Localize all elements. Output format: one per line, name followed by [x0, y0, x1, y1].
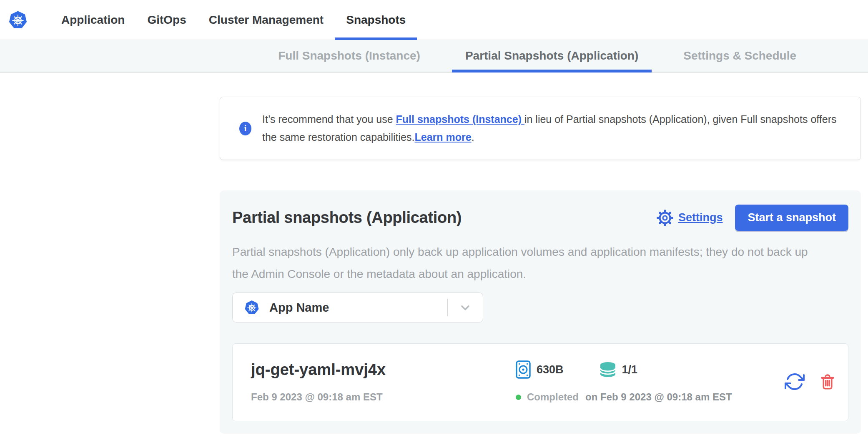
- tab-full-snapshots-instance[interactable]: Full Snapshots (Instance): [265, 40, 434, 72]
- volumes-icon: [599, 362, 617, 378]
- tab-partial-snapshots-application[interactable]: Partial Snapshots (Application): [452, 40, 652, 72]
- snapshot-actions: [785, 372, 836, 392]
- panel-description: Partial snapshots (Application) only bac…: [232, 241, 824, 285]
- info-icon: i: [239, 122, 251, 135]
- top-navbar: Application GitOps Cluster Management Sn…: [0, 0, 868, 40]
- snapshot-row: jq-get-yaml-mvj4x 630B: [232, 343, 848, 421]
- trash-icon: [819, 372, 836, 391]
- snapshot-volumes-group: 1/1: [599, 362, 638, 378]
- info-text-before: It’s recommend that you use: [262, 113, 396, 125]
- nav-tab-snapshots[interactable]: Snapshots: [335, 0, 417, 40]
- app-icon: [244, 299, 259, 316]
- panel-title: Partial snapshots (Application): [232, 209, 462, 227]
- panel-actions: Settings Start a snapshot: [657, 205, 848, 231]
- disk-size-icon: [516, 360, 531, 379]
- nav-tab-cluster-management[interactable]: Cluster Management: [198, 0, 335, 40]
- kubernetes-logo-icon: [8, 9, 28, 31]
- nav-tab-gitops[interactable]: GitOps: [136, 0, 197, 40]
- snapshot-name[interactable]: jq-get-yaml-mvj4x: [251, 361, 516, 379]
- learn-more-link[interactable]: Learn more: [414, 131, 471, 143]
- settings-label: Settings: [678, 211, 723, 224]
- snapshot-size: 630B: [537, 363, 564, 376]
- gear-icon: [657, 210, 673, 226]
- snapshot-settings-link[interactable]: Settings: [657, 210, 723, 226]
- restore-icon: [785, 372, 805, 392]
- partial-snapshots-panel: Partial snapshots (Application): [220, 190, 861, 434]
- restore-snapshot-button[interactable]: [785, 372, 805, 392]
- main-content: i It’s recommend that you use Full snaps…: [220, 97, 861, 434]
- status-detail: on Feb 9 2023 @ 09:18 am EST: [585, 391, 732, 403]
- tab-settings-schedule[interactable]: Settings & Schedule: [670, 40, 810, 72]
- app-selector-dropdown[interactable]: App Name: [232, 292, 483, 322]
- status-label: Completed: [527, 391, 579, 403]
- delete-snapshot-button[interactable]: [819, 372, 836, 391]
- snapshots-subnav: Full Snapshots (Instance) Partial Snapsh…: [0, 40, 868, 72]
- chevron-down-icon: [448, 301, 483, 314]
- info-text-after: .: [472, 131, 474, 143]
- info-banner-text: It’s recommend that you use Full snapsho…: [262, 110, 841, 146]
- snapshot-meta: 630B 1/1: [516, 360, 785, 379]
- full-snapshots-instance-link[interactable]: Full snapshots (Instance): [396, 113, 524, 125]
- app-selector-value: App Name: [269, 301, 329, 315]
- snapshot-status: Completed on Feb 9 2023 @ 09:18 am EST: [516, 391, 785, 403]
- panel-header: Partial snapshots (Application): [232, 205, 848, 231]
- start-snapshot-button[interactable]: Start a snapshot: [735, 205, 848, 231]
- status-dot: [516, 395, 521, 400]
- snapshot-size-group: 630B: [516, 360, 564, 379]
- snapshot-created-time: Feb 9 2023 @ 09:18 am EST: [251, 391, 516, 403]
- snapshot-volumes: 1/1: [622, 363, 638, 376]
- top-nav-tabs: Application GitOps Cluster Management Sn…: [50, 0, 417, 40]
- info-banner: i It’s recommend that you use Full snaps…: [220, 97, 861, 160]
- nav-tab-application[interactable]: Application: [50, 0, 136, 40]
